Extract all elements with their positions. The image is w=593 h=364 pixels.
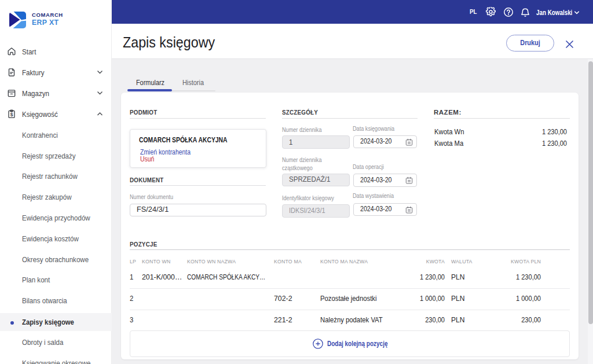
svg-text:$: $ [10, 112, 13, 117]
